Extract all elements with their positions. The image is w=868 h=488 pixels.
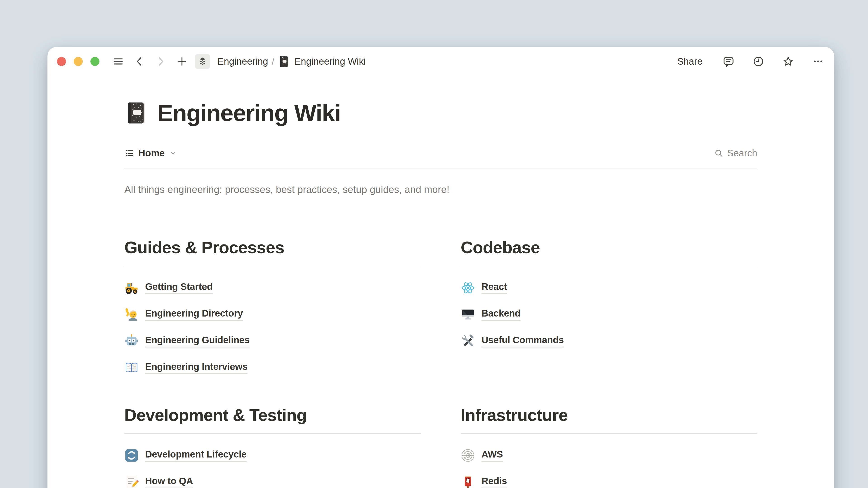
chevron-right-icon bbox=[155, 55, 167, 68]
wiki-page-link[interactable]: Development Lifecycle bbox=[124, 445, 421, 466]
person-raising-hand-icon bbox=[124, 307, 139, 322]
minimize-window-button[interactable] bbox=[74, 57, 83, 66]
hammer-wrench-icon bbox=[461, 334, 475, 348]
forward-button bbox=[154, 55, 167, 68]
wiki-page-link[interactable]: Getting Started bbox=[124, 277, 421, 299]
comment-bubble-icon bbox=[722, 55, 735, 68]
search-button[interactable]: Search bbox=[714, 148, 757, 159]
more-options-button[interactable] bbox=[811, 55, 825, 68]
section-guides-processes: Guides & Processes Getting Started Engin… bbox=[124, 237, 421, 384]
breadcrumb-page[interactable]: Engineering Wiki bbox=[276, 54, 368, 69]
section-title: Codebase bbox=[461, 237, 757, 258]
section-codebase: Codebase React Backend Useful Commands bbox=[461, 237, 757, 357]
desktop-computer-icon bbox=[461, 307, 475, 322]
section-divider bbox=[461, 266, 757, 266]
robot-icon bbox=[124, 334, 139, 348]
wiki-page-link[interactable]: Engineering Guidelines bbox=[124, 330, 421, 352]
stacked-layers-icon bbox=[197, 56, 208, 67]
plus-icon bbox=[176, 55, 188, 68]
page-description: All things engineering: processes, best … bbox=[124, 183, 757, 196]
breadcrumb-teamspace[interactable]: Engineering bbox=[215, 55, 270, 68]
updates-button[interactable] bbox=[752, 55, 765, 68]
close-window-button[interactable] bbox=[57, 57, 66, 66]
window-toolbar: Engineering / Engineering Wiki Share bbox=[48, 47, 834, 76]
wiki-page-link[interactable]: Redis bbox=[461, 471, 757, 488]
section-infrastructure: Infrastructure AWS Redis bbox=[461, 405, 757, 488]
nav-group bbox=[112, 55, 188, 68]
section-title: Development & Testing bbox=[124, 405, 421, 425]
traffic-lights bbox=[57, 57, 99, 66]
spider-web-icon bbox=[461, 448, 475, 463]
chevron-left-icon bbox=[133, 55, 146, 68]
search-icon bbox=[714, 149, 723, 158]
wiki-page-link[interactable]: React bbox=[461, 277, 757, 299]
section-development-testing: Development & Testing Development Lifecy… bbox=[124, 405, 421, 488]
counterclockwise-arrows-icon bbox=[124, 448, 139, 463]
section-divider bbox=[461, 433, 757, 434]
view-divider bbox=[124, 168, 757, 169]
section-title: Infrastructure bbox=[461, 405, 757, 425]
teamspace-icon-chip[interactable] bbox=[195, 54, 210, 69]
page-title-row: Engineering Wiki bbox=[124, 99, 757, 127]
list-view-icon bbox=[124, 148, 135, 158]
share-button[interactable]: Share bbox=[675, 54, 705, 69]
wiki-sections-grid: Guides & Processes Getting Started Engin… bbox=[124, 237, 757, 488]
page-title[interactable]: Engineering Wiki bbox=[157, 99, 341, 127]
section-title: Guides & Processes bbox=[124, 237, 421, 258]
toolbar-actions: Share bbox=[675, 54, 825, 69]
notebook-icon bbox=[278, 55, 290, 68]
wiki-page-link[interactable]: Useful Commands bbox=[461, 330, 757, 352]
page-content: Engineering Wiki Home Search All things … bbox=[124, 99, 757, 488]
open-book-icon bbox=[124, 361, 139, 375]
wiki-page-link[interactable]: Backend bbox=[461, 304, 757, 325]
notebook-icon[interactable] bbox=[124, 101, 149, 125]
comments-button[interactable] bbox=[722, 55, 735, 68]
wiki-page-link[interactable]: Engineering Directory bbox=[124, 304, 421, 325]
wiki-page-link[interactable]: Engineering Interviews bbox=[124, 357, 421, 379]
postbox-icon bbox=[461, 475, 475, 488]
tab-home-view[interactable]: Home bbox=[124, 148, 177, 159]
breadcrumb: Engineering / Engineering Wiki bbox=[215, 54, 368, 69]
breadcrumb-separator: / bbox=[272, 56, 274, 67]
notion-window: Engineering / Engineering Wiki Share bbox=[48, 47, 834, 488]
clock-icon bbox=[752, 55, 765, 68]
section-divider bbox=[124, 433, 421, 434]
new-page-button[interactable] bbox=[176, 55, 188, 68]
favorite-button[interactable] bbox=[782, 55, 795, 68]
zoom-window-button[interactable] bbox=[90, 57, 99, 66]
ellipsis-icon bbox=[812, 55, 824, 68]
memo-icon bbox=[124, 475, 139, 488]
react-logo-icon bbox=[461, 281, 475, 295]
hamburger-menu-icon bbox=[112, 55, 124, 68]
wiki-page-link[interactable]: AWS bbox=[461, 445, 757, 466]
chevron-down-icon bbox=[169, 149, 177, 157]
back-button[interactable] bbox=[133, 55, 146, 68]
star-icon bbox=[782, 55, 794, 68]
sidebar-toggle-button[interactable] bbox=[112, 55, 125, 68]
view-bar: Home Search bbox=[124, 147, 757, 160]
tractor-icon bbox=[124, 281, 139, 295]
section-divider bbox=[124, 266, 421, 266]
wiki-page-link[interactable]: How to QA bbox=[124, 471, 421, 488]
